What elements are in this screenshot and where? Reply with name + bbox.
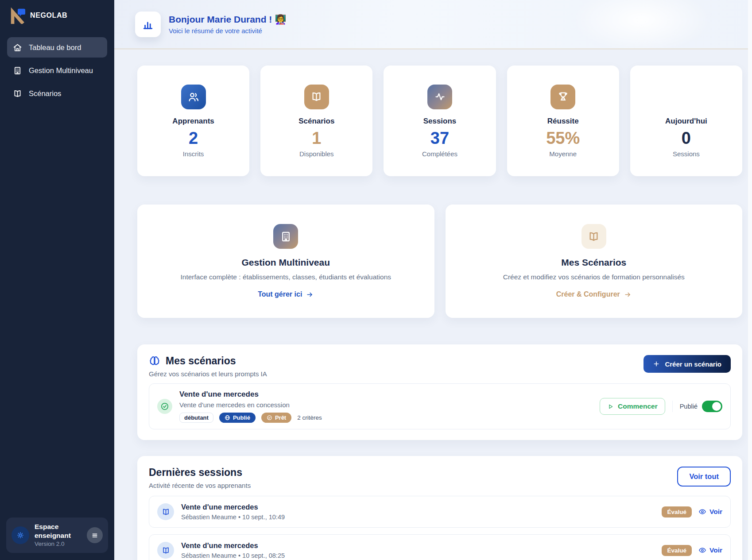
workspace-version: Version 2.0 [35,541,81,548]
app-root: NEGOLAB Tableau de bord [0,0,752,560]
session-row: Vente d'une mercedes Sébastien Meaume • … [149,496,731,528]
sidebar-spacer [0,104,114,518]
workspace-title: Espace enseignant [35,522,81,540]
book-icon [581,224,606,249]
start-scenario-button[interactable]: Commencer [600,398,665,415]
scrollbar[interactable] [748,0,752,560]
stat-caption: Moyenne [549,150,577,158]
sidebar: NEGOLAB Tableau de bord [0,0,114,560]
link-label: Tout gérer ici [258,290,302,298]
home-icon [13,43,22,52]
eye-icon [698,546,706,554]
feature-card-mes-scenarios: Mes Scénarios Créez et modifiez vos scén… [446,205,743,318]
view-session-link[interactable]: Voir [698,508,722,516]
page-header: Bonjour Marie Durand ! 👩‍🏫 Voici le résu… [114,0,752,49]
stat-title: Scénarios [298,117,334,126]
book-icon [13,89,22,98]
sidebar-item-label: Gestion Multiniveau [29,66,93,75]
stat-value: 55% [546,129,580,148]
feature-description: Interface complète : établissements, cla… [180,273,391,281]
stat-card-scenarios: Scénarios 1 Disponibles [260,66,372,176]
ready-badge-label: Prêt [275,414,286,421]
greeting-subtitle: Voici le résumé de votre activité [169,27,286,35]
session-meta: Sébastien Meaume • 10 sept., 10:49 [181,514,285,521]
check-circle-icon [267,415,272,421]
session-title: Vente d'une mercedes [181,541,285,550]
stat-title: Sessions [423,117,457,126]
eye-icon [698,508,706,516]
sidebar-item-gestion-multiniveau[interactable]: Gestion Multiniveau [7,60,107,81]
stat-caption: Sessions [673,150,700,158]
session-row: Vente d'une mercedes Sébastien Meaume • … [149,534,731,560]
sessions-panel-header: Dernières sessions Activité récente de v… [149,467,731,489]
scenario-description: Vente d'une mercedes en concession [179,401,322,409]
stat-value: 1 [312,129,321,148]
scenarios-panel-header: Mes scénarios Gérez vos scénarios et leu… [149,355,731,378]
plus-icon [653,360,660,367]
criteria-count: 2 critères [297,414,322,421]
book-icon [304,85,329,109]
sidebar-nav: Tableau de bord Gestion Multiniveau [0,37,114,104]
stat-card-aujourdhui: Aujourd'hui 0 Sessions [630,66,742,176]
stat-caption: Inscrits [183,150,204,158]
session-meta: Sébastien Meaume • 10 sept., 08:25 [181,552,285,559]
create-scenario-button[interactable]: Créer un scénario [643,355,731,373]
published-badge: Publié [219,413,256,423]
sessions-panel-title: Dernières sessions [149,467,251,479]
view-session-label: Voir [709,546,722,554]
gear-icon [12,526,29,544]
hamburger-icon [91,532,98,539]
check-circle-icon [157,399,172,414]
sidebar-menu-button[interactable] [87,527,103,543]
brand-logo[interactable]: NEGOLAB [0,0,114,37]
view-session-link[interactable]: Voir [698,546,722,554]
stat-caption: Disponibles [299,150,334,158]
building-icon [13,66,22,75]
header-texts: Bonjour Marie Durand ! 👩‍🏫 Voici le résu… [169,14,286,35]
scenario-row: Vente d'une mercedes Vente d'une mercede… [149,383,731,429]
activity-icon [427,85,452,109]
brain-icon [149,355,160,367]
sidebar-item-label: Tableau de bord [29,43,81,52]
stats-row: Apprenants 2 Inscrits Scénarios 1 Dispon… [137,66,742,176]
sidebar-item-scenarios[interactable]: Scénarios [7,83,107,104]
globe-icon [225,415,230,421]
scenarios-panel-subtitle: Gérez vos scénarios et leurs prompts IA [149,370,267,378]
book-icon [157,503,174,520]
feature-cards-row: Gestion Multiniveau Interface complète :… [137,205,742,318]
scenarios-panel-titles: Mes scénarios Gérez vos scénarios et leu… [149,355,267,378]
brand-name: NEGOLAB [30,12,67,19]
feature-card-gestion: Gestion Multiniveau Interface complète :… [137,205,434,318]
session-info: Vente d'une mercedes Sébastien Meaume • … [181,503,285,521]
feature-title: Mes Scénarios [561,257,626,268]
publish-toggle-label: Publié [680,403,698,410]
scenario-title: Vente d'une mercedes [179,390,322,399]
stat-card-apprenants: Apprenants 2 Inscrits [137,66,249,176]
feature-title: Gestion Multiniveau [241,257,330,268]
arrow-right-icon [306,291,314,298]
session-info: Vente d'une mercedes Sébastien Meaume • … [181,541,285,559]
publish-toggle[interactable] [702,401,722,412]
start-scenario-label: Commencer [618,402,658,410]
sidebar-footer-card: Espace enseignant Version 2.0 [6,518,108,553]
link-tout-gerer-ici[interactable]: Tout gérer ici [258,290,314,298]
sidebar-item-label: Scénarios [29,89,61,98]
link-creer-configurer[interactable]: Créer & Configurer [556,290,632,298]
view-all-button[interactable]: Voir tout [677,467,731,487]
arrow-right-icon [624,291,632,298]
main-area: Bonjour Marie Durand ! 👩‍🏫 Voici le résu… [114,0,752,560]
scenario-info: Vente d'une mercedes Vente d'une mercede… [179,390,322,423]
stat-value: 2 [189,129,198,148]
evaluated-badge: Évalué [662,545,692,556]
play-icon [607,403,614,410]
stat-title: Aujourd'hui [665,117,707,126]
scenarios-panel-title: Mes scénarios [166,355,236,367]
stat-caption: Complétées [422,150,457,158]
sidebar-item-tableau-de-bord[interactable]: Tableau de bord [7,37,107,58]
stat-card-sessions: Sessions 37 Complétées [384,66,496,176]
ready-badge: Prêt [261,413,291,423]
bar-chart-icon [135,12,161,37]
link-label: Créer & Configurer [556,290,620,298]
feature-description: Créez et modifiez vos scénarios de forma… [503,273,685,281]
view-session-label: Voir [709,508,722,516]
